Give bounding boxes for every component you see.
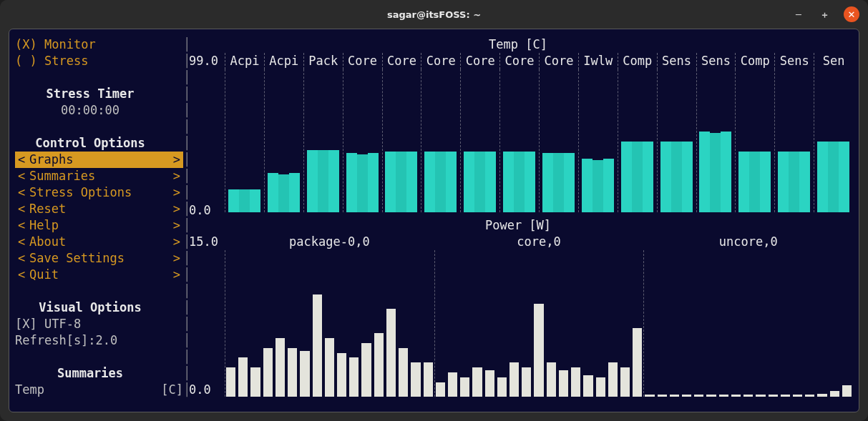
temp-col-label: Core bbox=[539, 53, 578, 69]
temp-col-label: Comp bbox=[618, 53, 657, 69]
titlebar: sagar@itsFOSS: ~ ─ ＋ ✕ bbox=[0, 0, 868, 29]
temp-bar-group bbox=[657, 69, 696, 212]
temp-chart-bars bbox=[225, 69, 853, 212]
visual-utf8[interactable]: [X] UTF-8 bbox=[15, 316, 183, 332]
summary-row-temp: Temp [C] bbox=[15, 382, 183, 398]
temp-bar-group bbox=[460, 69, 499, 212]
temp-bar-group bbox=[539, 69, 578, 212]
stress-timer-value: 00:00:00 bbox=[15, 102, 165, 119]
temp-col-label: Acpi bbox=[264, 53, 303, 69]
power-bar-group bbox=[225, 250, 434, 397]
temp-ymax: 99.0 bbox=[189, 53, 218, 69]
temp-col-label: Core bbox=[499, 53, 539, 69]
temp-col-label: Comp bbox=[735, 53, 774, 69]
temp-col-label: Core bbox=[382, 53, 421, 69]
power-col-label: package-0,0 bbox=[225, 234, 434, 250]
menu-reset[interactable]: <Reset> bbox=[15, 201, 183, 217]
temp-col-label: Sens bbox=[696, 53, 736, 69]
temp-bar-group bbox=[421, 69, 460, 212]
menu-stress-options[interactable]: <Stress Options> bbox=[15, 184, 183, 201]
temp-bar-group bbox=[499, 69, 539, 212]
minimize-button[interactable]: ─ bbox=[792, 8, 805, 21]
sidebar: (X) Monitor ( ) Stress Stress Timer 00:0… bbox=[15, 36, 183, 398]
temp-column-labels: AcpiAcpiPackCoreCoreCoreCoreCoreCoreIwlw… bbox=[225, 53, 853, 69]
temp-bar-group bbox=[578, 69, 618, 212]
temp-col-label: Sens bbox=[774, 53, 814, 69]
temp-col-label: Sens bbox=[657, 53, 696, 69]
temp-bar-group bbox=[382, 69, 421, 212]
temp-bar-group bbox=[774, 69, 814, 212]
visual-options-heading: Visual Options bbox=[15, 299, 165, 316]
maximize-button[interactable]: ＋ bbox=[818, 8, 831, 21]
menu-graphs[interactable]: <Graphs> bbox=[15, 152, 183, 168]
power-ymin: 0.0 bbox=[189, 382, 211, 398]
visual-refresh[interactable]: Refresh[s]:2.0 bbox=[15, 332, 183, 349]
power-ymax: 15.0 bbox=[189, 234, 218, 250]
temp-col-label: Core bbox=[343, 53, 382, 69]
terminal: (X) Monitor ( ) Stress Stress Timer 00:0… bbox=[9, 29, 859, 412]
menu-help[interactable]: <Help> bbox=[15, 217, 183, 234]
temp-bar-group bbox=[814, 69, 853, 212]
power-bar-group bbox=[434, 250, 644, 397]
temp-bar-group bbox=[303, 69, 343, 212]
menu-about[interactable]: <About> bbox=[15, 234, 183, 250]
close-button[interactable]: ✕ bbox=[844, 6, 859, 22]
temp-ymin: 0.0 bbox=[189, 202, 211, 219]
temp-bar-group bbox=[735, 69, 774, 212]
temp-col-label: Sen bbox=[814, 53, 853, 69]
temp-bar-group bbox=[343, 69, 382, 212]
power-col-label: uncore,0 bbox=[643, 234, 853, 250]
power-col-label: core,0 bbox=[434, 234, 644, 250]
power-chart-bars bbox=[225, 250, 853, 397]
temp-col-label: Iwlw bbox=[578, 53, 618, 69]
menu-quit[interactable]: <Quit> bbox=[15, 267, 183, 283]
temp-col-label: Core bbox=[421, 53, 460, 69]
temp-chart-title: Temp [C] bbox=[489, 36, 547, 53]
temp-col-label: Acpi bbox=[225, 53, 264, 69]
mode-monitor[interactable]: (X) Monitor bbox=[15, 36, 183, 53]
window-title: sagar@itsFOSS: ~ bbox=[387, 6, 481, 23]
stress-timer-heading: Stress Timer bbox=[15, 86, 165, 102]
summaries-heading: Summaries bbox=[15, 365, 165, 382]
menu-summaries[interactable]: <Summaries> bbox=[15, 168, 183, 184]
power-bar-group bbox=[643, 250, 853, 397]
charts-area: ││││││││││││││││││││││ Temp [C] 99.0 0.0… bbox=[183, 36, 853, 398]
temp-bar-group bbox=[696, 69, 736, 212]
power-column-labels: package-0,0core,0uncore,0 bbox=[225, 234, 853, 250]
power-chart-title: Power [W] bbox=[485, 217, 551, 234]
mode-stress[interactable]: ( ) Stress bbox=[15, 53, 183, 69]
menu-save-settings[interactable]: <Save Settings> bbox=[15, 250, 183, 267]
temp-bar-group bbox=[225, 69, 264, 212]
control-options-heading: Control Options bbox=[15, 135, 165, 152]
temp-bar-group bbox=[618, 69, 657, 212]
temp-col-label: Pack bbox=[303, 53, 343, 69]
temp-bar-group bbox=[264, 69, 303, 212]
temp-col-label: Core bbox=[460, 53, 499, 69]
